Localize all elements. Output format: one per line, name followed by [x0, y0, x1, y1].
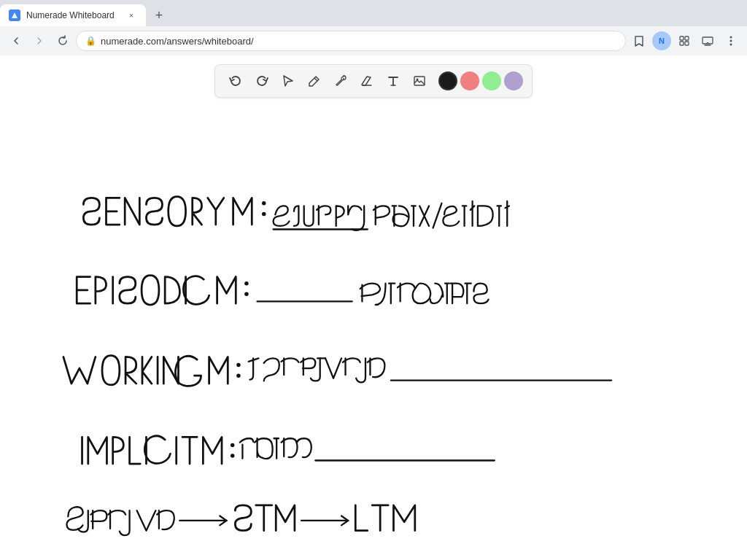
svg-point-15 [244, 292, 248, 296]
eraser-tool-button[interactable] [355, 69, 379, 93]
whiteboard-toolbar [214, 64, 533, 98]
lock-icon: 🔒 [85, 36, 96, 46]
tab-close-button[interactable]: × [125, 9, 137, 21]
bookmark-button[interactable] [629, 31, 649, 51]
svg-point-8 [730, 44, 732, 46]
back-button[interactable] [6, 31, 26, 51]
more-button[interactable] [721, 31, 741, 51]
extensions-button[interactable] [674, 31, 694, 51]
svg-point-12 [262, 201, 266, 205]
color-pink[interactable] [460, 71, 479, 90]
svg-rect-2 [685, 36, 689, 40]
sensory-m-line [83, 197, 266, 226]
arrow1 [179, 516, 226, 526]
forward-button[interactable] [29, 31, 50, 51]
color-black[interactable] [438, 71, 457, 90]
svg-point-14 [244, 281, 248, 285]
select-tool-button[interactable] [276, 69, 300, 93]
svg-rect-1 [680, 36, 684, 40]
svg-point-19 [231, 454, 234, 457]
cast-button[interactable] [697, 31, 718, 51]
tab-label: Numerade Whiteboard [26, 10, 120, 20]
svg-point-6 [730, 36, 732, 39]
arrow2 [301, 516, 348, 526]
color-lavender[interactable] [504, 71, 523, 90]
active-tab[interactable]: Numerade Whiteboard × [0, 4, 146, 26]
text-tool-button[interactable] [382, 69, 405, 93]
pencil-tool-button[interactable] [303, 69, 326, 93]
svg-point-11 [417, 79, 419, 81]
working-line [63, 356, 241, 386]
svg-marker-0 [12, 12, 18, 18]
reload-button[interactable] [53, 31, 73, 51]
tab-favicon [9, 9, 20, 21]
whiteboard-svg [0, 98, 747, 560]
stm-text [235, 505, 295, 531]
address-text: numerade.com/answers/whiteboard/ [101, 36, 254, 47]
tab-bar: Numerade Whiteboard × + [0, 0, 747, 26]
episodic-line [77, 276, 248, 305]
color-green[interactable] [482, 71, 501, 90]
experience-text [360, 284, 489, 305]
profile-avatar[interactable]: N [652, 31, 671, 50]
svg-rect-4 [685, 42, 689, 45]
address-bar[interactable]: 🔒 numerade.com/answers/whiteboard/ [76, 31, 626, 51]
svg-rect-3 [680, 42, 684, 45]
bottom-line [66, 507, 174, 535]
svg-point-17 [236, 373, 240, 377]
nav-bar: 🔒 numerade.com/answers/whiteboard/ N [0, 26, 747, 55]
new-tab-button[interactable]: + [149, 5, 169, 26]
ltm-text [355, 505, 415, 531]
svg-point-18 [231, 443, 234, 447]
svg-point-7 [730, 40, 732, 42]
redo-button[interactable] [250, 69, 274, 93]
whiteboard-area[interactable] [0, 98, 747, 560]
tools-button[interactable] [329, 69, 352, 93]
from-text [240, 438, 311, 459]
page-content [0, 55, 747, 560]
svg-point-16 [236, 363, 240, 367]
svg-point-13 [262, 212, 266, 216]
undo-button[interactable] [224, 69, 247, 93]
temporary-text [249, 358, 385, 382]
sensory-italic [274, 206, 365, 230]
nav-right-buttons: N [629, 31, 741, 51]
image-tool-button[interactable] [408, 69, 431, 93]
events-stimuli [374, 201, 509, 228]
implicit-line [82, 436, 235, 464]
svg-point-9 [343, 78, 344, 79]
browser-chrome: Numerade Whiteboard × + 🔒 numerade.com/a… [0, 0, 747, 55]
